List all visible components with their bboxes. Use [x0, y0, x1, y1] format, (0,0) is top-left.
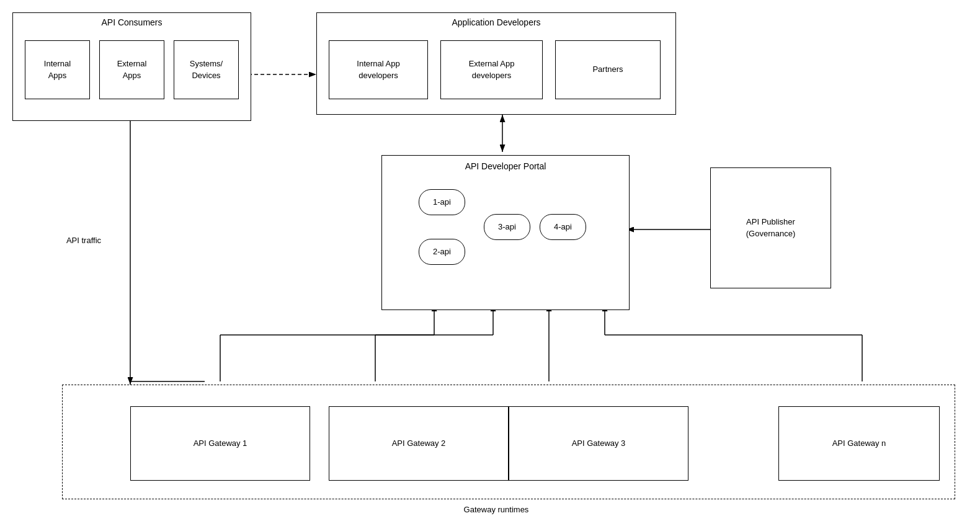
api-publisher-label: API Publisher (Governance) [746, 216, 795, 239]
api-1-label: 1-api [433, 197, 451, 208]
api-publisher-box: API Publisher (Governance) [710, 167, 831, 288]
systems-devices-label: Systems/ Devices [190, 58, 223, 81]
api-3-box: 3-api [484, 214, 530, 240]
api-4-box: 4-api [540, 214, 586, 240]
api-gateway-1-box: API Gateway 1 [130, 406, 310, 481]
api-gateway-3-box: API Gateway 3 [509, 406, 688, 481]
internal-app-developers-label: Internal App developers [357, 58, 399, 81]
api-2-box: 2-api [419, 239, 465, 265]
partners-box: Partners [555, 40, 661, 99]
api-gateway-2-box: API Gateway 2 [329, 406, 509, 481]
api-1-box: 1-api [419, 189, 465, 215]
internal-app-developers-box: Internal App developers [329, 40, 428, 99]
api-developer-portal-label: API Developer Portal [465, 161, 546, 173]
api-gateway-1-label: API Gateway 1 [194, 438, 247, 449]
diagram: API Consumers Internal Apps External App… [0, 0, 980, 521]
external-app-developers-box: External App developers [440, 40, 543, 99]
external-apps-label: External Apps [117, 58, 147, 81]
systems-devices-box: Systems/ Devices [174, 40, 239, 99]
api-2-label: 2-api [433, 246, 451, 257]
api-3-label: 3-api [498, 221, 516, 233]
internal-apps-box: Internal Apps [25, 40, 90, 99]
api-4-label: 4-api [554, 221, 572, 233]
gateway-runtimes-label: Gateway runtimes [434, 505, 558, 514]
internal-apps-label: Internal Apps [44, 58, 71, 81]
api-gateway-n-label: API Gateway n [832, 438, 886, 449]
external-apps-box: External Apps [99, 40, 164, 99]
api-gateway-3-label: API Gateway 3 [572, 438, 626, 449]
application-developers-label: Application Developers [452, 17, 540, 29]
api-consumers-label: API Consumers [101, 17, 162, 29]
partners-label: Partners [592, 64, 623, 75]
api-gateway-n-box: API Gateway n [778, 406, 940, 481]
external-app-developers-label: External App developers [469, 58, 515, 81]
api-gateway-2-label: API Gateway 2 [392, 438, 446, 449]
api-traffic-label: API traffic [47, 236, 121, 245]
